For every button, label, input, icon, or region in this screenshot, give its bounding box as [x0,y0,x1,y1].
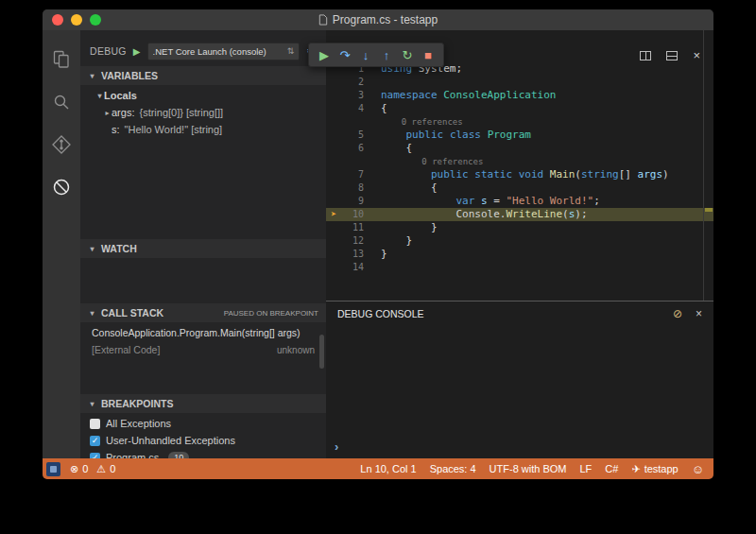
breakpoints-section-header[interactable]: ▾ BREAKPOINTS [80,394,326,413]
start-debug-button[interactable]: ▶ [133,46,141,57]
console-prompt-icon[interactable]: › [335,439,338,454]
clear-console-icon[interactable]: ⊘ [673,307,682,320]
window-controls [52,14,101,26]
breakpoint-checkbox[interactable] [90,419,100,429]
step-out-button[interactable]: ↑ [376,44,397,65]
watch-section-header[interactable]: ▾ WATCH [80,239,326,258]
continue-button[interactable]: ▶ [314,44,335,65]
line-number: 4 [341,102,364,115]
chevron-down-icon: ▾ [88,72,96,80]
source-control-icon[interactable] [43,123,80,165]
error-icon: ⊗ [70,463,78,475]
token: s [481,195,488,207]
glyph-margin[interactable] [326,221,341,234]
launch-config-dropdown[interactable]: .NET Core Launch (console) ⇅ [147,43,301,60]
glyph-margin[interactable] [326,248,341,261]
close-window-button[interactable] [52,14,63,26]
sidebar-scrollbar[interactable] [319,335,324,369]
code-line: 11 } [326,221,713,234]
glyph-margin[interactable] [326,76,341,89]
window-title: Program.cs - testapp [333,13,438,26]
panel-title: DEBUG CONSOLE [337,308,424,319]
glyph-margin[interactable] [326,181,341,195]
chevron-down-icon: ▾ [95,92,104,100]
breakpoint-checkbox[interactable]: ✓ [90,453,100,459]
explorer-icon[interactable] [43,38,80,80]
stack-frame-row[interactable]: [External Code]unknown [80,341,326,358]
stack-frame-row[interactable]: ConsoleApplication.Program.Main(string[]… [80,324,326,341]
glyph-margin[interactable] [326,168,341,181]
warning-count[interactable]: ⚠ 0 [96,463,115,475]
breakpoint-row[interactable]: ✓Program.cs10 [80,449,326,458]
feedback-smiley-icon[interactable]: ☺ [692,462,704,476]
debug-console-panel: DEBUG CONSOLE ⊘ × › [326,301,713,458]
glyph-margin[interactable] [326,115,341,129]
close-panel-icon[interactable]: × [696,307,702,320]
glyph-margin[interactable] [326,129,341,142]
restart-button[interactable]: ↻ [397,44,418,65]
split-editor-icon[interactable] [640,47,651,64]
code-editor[interactable]: 1using System;23namespace ConsoleApplica… [326,30,713,301]
code-text: } [364,248,387,261]
breakpoint-label: All Exceptions [106,418,171,429]
scrollbar-track[interactable] [703,30,704,301]
indentation-setting[interactable]: Spaces: 4 [430,463,476,474]
token: WriteLine [506,208,562,220]
debug-icon[interactable] [43,165,80,208]
codelens-label[interactable]: 0 references [364,115,463,129]
token [512,168,519,181]
step-into-button[interactable]: ↓ [355,44,376,65]
glyph-margin[interactable] [326,261,341,274]
editor-group: × 1using System;23namespace ConsoleAppli… [326,30,713,458]
variable-row[interactable]: s:"Hello World!" [string] [80,121,326,138]
codelens-label[interactable]: 0 references [364,155,483,168]
zoom-window-button[interactable] [90,14,101,26]
breakpoint-checkbox[interactable]: ✓ [90,436,100,446]
glyph-margin[interactable] [326,89,341,102]
token: } [381,234,412,247]
search-icon[interactable] [43,80,80,123]
plane-icon: ✈ [631,463,640,475]
file-icon [318,14,328,26]
eol-setting[interactable]: LF [580,463,593,474]
variables-section-header[interactable]: ▾ VARIABLES [80,66,326,85]
close-editor-icon[interactable]: × [693,51,700,60]
glyph-margin[interactable] [326,142,341,155]
code-text: { [364,181,438,195]
error-count[interactable]: ⊗ 0 [70,463,88,475]
line-number: 12 [341,234,364,248]
minimize-window-button[interactable] [71,14,82,26]
token: ( [575,168,581,181]
code-text: namespace ConsoleApplication [364,89,556,102]
variable-row[interactable]: ▸args:{string[0]} [string[]] [80,104,326,121]
status-item-testapp[interactable]: ✈ testapp [631,463,678,475]
titlebar[interactable]: Program.cs - testapp [43,9,713,30]
code-text: Console.WriteLine(s); [364,208,588,221]
token [381,129,406,141]
language-mode[interactable]: C# [605,463,618,474]
code-line: 13} [326,248,713,261]
status-left-icon[interactable] [46,462,60,476]
toggle-layout-icon[interactable] [666,47,678,64]
breakpoint-row[interactable]: All Exceptions [80,415,326,432]
token: public [431,168,469,181]
step-over-button[interactable]: ↷ [335,44,355,65]
glyph-margin[interactable] [326,234,341,248]
scope-locals[interactable]: ▾ Locals [80,87,326,104]
token: ); [575,208,587,220]
line-number: 11 [341,221,364,234]
cursor-position[interactable]: Ln 10, Col 1 [360,463,416,474]
console-output[interactable] [326,326,713,439]
glyph-margin[interactable] [326,195,341,208]
chevron-down-icon: ▾ [88,400,96,408]
glyph-margin[interactable] [326,155,341,168]
token: static [474,168,512,181]
variable-name: s: [112,124,120,135]
glyph-margin[interactable] [326,102,341,115]
encoding-setting[interactable]: UTF-8 with BOM [490,463,567,474]
breakpoint-row[interactable]: ✓User-Unhandled Exceptions [80,432,326,449]
callstack-section-header[interactable]: ▾ CALL STACK PAUSED ON BREAKPOINT [80,303,326,322]
code-line: 5 public class Program [326,129,713,142]
token: void [519,168,544,181]
stop-button[interactable]: ■ [418,44,438,65]
